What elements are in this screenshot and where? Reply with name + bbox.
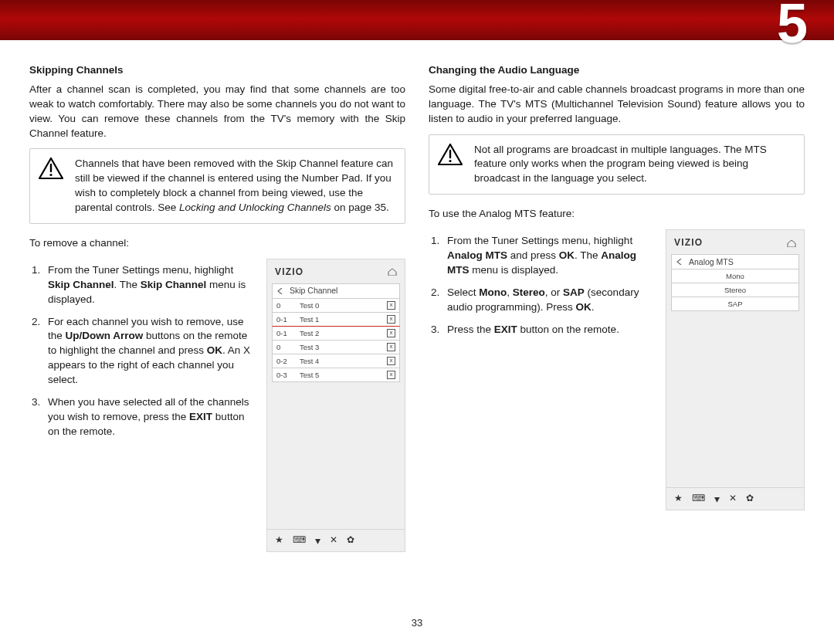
device-footer: ★ ⌨ ▾ ✕ ✿ — [267, 529, 405, 551]
close-icon: ✕ — [330, 535, 337, 544]
star-icon: ★ — [275, 535, 283, 544]
right-column: Changing the Audio Language Some digital… — [429, 63, 805, 552]
channel-num: 0 — [276, 300, 300, 310]
svg-point-5 — [449, 159, 451, 161]
warning-icon — [437, 143, 463, 166]
checkbox-icon: x — [387, 329, 395, 337]
checkbox-icon: x — [387, 371, 395, 379]
option-row: Mono — [671, 269, 799, 283]
checkbox-icon: x — [387, 343, 395, 351]
steps-audio: From the Tuner Settings menu, highlight … — [429, 234, 653, 337]
device-mts: VIZIO Analog MTS MonoStereoSAP ★ ⌨ ▾ ✕ ✿ — [666, 229, 805, 510]
note-skip-text: Channels that have been removed with the… — [75, 157, 395, 215]
option-row: SAP — [671, 297, 799, 311]
channel-row: 0-2Test 4x — [272, 354, 400, 368]
channel-list: 0Test 0x0-1Test 1x0-1Test 2x0Test 3x0-2T… — [272, 299, 400, 382]
lead-audio: To use the Analog MTS feature: — [429, 207, 805, 222]
menu-title-row: Skip Channel — [272, 283, 400, 299]
channel-row: 0-1Test 1x — [272, 313, 400, 327]
channel-num: 0 — [276, 342, 300, 352]
channel-num: 0-3 — [276, 370, 300, 380]
gear-icon: ✿ — [746, 493, 754, 503]
svg-point-2 — [49, 174, 52, 176]
channel-num: 0-1 — [276, 314, 300, 324]
page-body: Skipping Channels After a channel scan i… — [0, 40, 834, 552]
chevron-down-icon: ▾ — [315, 535, 320, 546]
heading-audio: Changing the Audio Language — [429, 63, 805, 78]
channel-row: 0-3Test 5x — [272, 368, 400, 382]
step-skip-1: From the Tuner Settings menu, highlight … — [43, 263, 254, 307]
note-audio-text: Not all programs are broadcast in multip… — [474, 143, 795, 187]
channel-row: 0-1Test 2x — [272, 327, 400, 341]
step-audio-1: From the Tuner Settings menu, highlight … — [442, 234, 653, 278]
option-list: MonoStereoSAP — [671, 269, 799, 311]
chapter-header: 5 — [0, 0, 834, 40]
step-skip-3: When you have selected all of the channe… — [43, 395, 254, 439]
channel-name: Test 1 — [300, 314, 387, 324]
step-skip-2: For each channel you wish to remove, use… — [43, 315, 254, 388]
chevron-down-icon: ▾ — [714, 493, 720, 504]
device-footer: ★ ⌨ ▾ ✕ ✿ — [666, 487, 804, 510]
left-column: Skipping Channels After a channel scan i… — [29, 63, 405, 552]
step-audio-3: Press the EXIT button on the remote. — [442, 323, 653, 337]
channel-num: 0-2 — [276, 356, 300, 366]
menu-title: Skip Channel — [290, 285, 337, 297]
heading-skipping: Skipping Channels — [29, 63, 405, 78]
device-skip: VIZIO Skip Channel 0Test 0x0-1Test 1x0-1… — [266, 259, 405, 552]
keyboard-icon: ⌨ — [293, 535, 306, 544]
star-icon: ★ — [674, 493, 683, 503]
page-number: 33 — [412, 616, 422, 630]
keyboard-icon: ⌨ — [692, 493, 705, 503]
brand-label: VIZIO — [674, 236, 703, 249]
brand-label: VIZIO — [275, 266, 303, 279]
channel-row: 0Test 0x — [272, 299, 400, 313]
close-icon: ✕ — [729, 493, 737, 503]
channel-name: Test 3 — [300, 342, 387, 352]
note-skip: Channels that have been removed with the… — [29, 148, 405, 224]
checkbox-icon: x — [387, 301, 395, 310]
channel-row: 0Test 3x — [272, 341, 400, 354]
chapter-number: 5 — [777, 0, 808, 51]
steps-skip: From the Tuner Settings menu, highlight … — [29, 263, 254, 439]
checkbox-icon: x — [387, 315, 395, 324]
home-icon — [787, 239, 796, 247]
menu-title-row: Analog MTS — [671, 254, 799, 269]
back-icon — [676, 259, 683, 265]
intro-audio: Some digital free-to-air and cable chann… — [429, 83, 805, 127]
gear-icon: ✿ — [347, 535, 354, 544]
channel-name: Test 4 — [300, 356, 387, 366]
lead-remove: To remove a channel: — [29, 236, 405, 251]
option-row: Stereo — [671, 283, 799, 297]
home-icon — [388, 268, 397, 276]
intro-skipping: After a channel scan is completed, you m… — [29, 83, 405, 141]
menu-title: Analog MTS — [689, 256, 734, 268]
channel-name: Test 2 — [300, 328, 387, 338]
note-audio: Not all programs are broadcast in multip… — [429, 134, 805, 195]
back-icon — [277, 288, 283, 294]
warning-icon — [38, 157, 64, 180]
channel-name: Test 5 — [300, 370, 387, 380]
checkbox-icon: x — [387, 357, 395, 365]
step-audio-2: Select Mono, Stereo, or SAP (secondary a… — [442, 286, 653, 315]
channel-name: Test 0 — [300, 300, 387, 310]
channel-num: 0-1 — [276, 328, 300, 338]
